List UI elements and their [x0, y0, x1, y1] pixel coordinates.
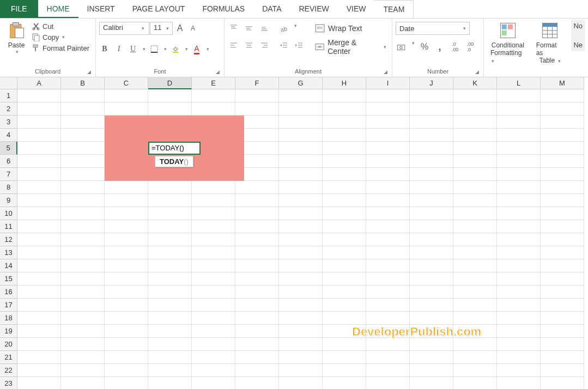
tab-file[interactable]: FILE: [0, 0, 38, 18]
cell-C11[interactable]: [105, 220, 148, 233]
cell-I14[interactable]: [366, 259, 410, 272]
cell-K11[interactable]: [453, 220, 497, 233]
row-header-22[interactable]: 22: [0, 364, 17, 377]
column-header-I[interactable]: I: [366, 77, 410, 89]
font-size-dropdown-icon[interactable]: ▾: [166, 26, 169, 31]
cell-A6[interactable]: [17, 155, 61, 168]
cell-J8[interactable]: [410, 181, 453, 194]
cell-D19[interactable]: [148, 325, 192, 338]
cell-J4[interactable]: [410, 129, 453, 142]
row-header-10[interactable]: 10: [0, 207, 17, 220]
cell-K22[interactable]: [453, 364, 497, 377]
cell-M4[interactable]: [541, 129, 584, 142]
cell-A1[interactable]: [17, 89, 61, 102]
cell-H2[interactable]: [323, 102, 366, 116]
cell-M13[interactable]: [541, 246, 584, 259]
cell-F16[interactable]: [235, 285, 279, 299]
column-header-H[interactable]: H: [323, 77, 366, 89]
cell-D14[interactable]: [148, 259, 192, 272]
number-format-select[interactable]: Date ▾: [396, 22, 470, 35]
cell-G14[interactable]: [279, 259, 323, 272]
cell-M2[interactable]: [541, 102, 584, 116]
cell-K2[interactable]: [453, 102, 497, 116]
cell-K1[interactable]: [453, 89, 497, 102]
cell-L4[interactable]: [497, 129, 541, 142]
increase-decimal-button[interactable]: .0.00: [450, 40, 460, 53]
format-as-table-button[interactable]: Format as Table ▾: [533, 20, 567, 65]
column-header-F[interactable]: F: [235, 77, 279, 89]
cell-A23[interactable]: [17, 377, 61, 389]
bold-button[interactable]: B: [99, 42, 110, 56]
number-launcher-icon[interactable]: ◢: [475, 69, 479, 75]
column-header-C[interactable]: C: [105, 77, 148, 89]
cell-H21[interactable]: [323, 351, 366, 364]
cell-J1[interactable]: [410, 89, 453, 102]
accounting-dropdown-icon[interactable]: ▾: [412, 40, 415, 53]
cells-area[interactable]: [17, 89, 584, 389]
cell-L10[interactable]: [497, 207, 541, 220]
cell-A9[interactable]: [17, 194, 61, 207]
cell-J10[interactable]: [410, 207, 453, 220]
cell-E18[interactable]: [192, 312, 235, 325]
increase-indent-button[interactable]: [293, 39, 305, 51]
cell-G20[interactable]: [279, 338, 323, 351]
cell-K14[interactable]: [453, 259, 497, 272]
cell-G18[interactable]: [279, 312, 323, 325]
column-header-B[interactable]: B: [61, 77, 105, 89]
cell-D23[interactable]: [148, 377, 192, 389]
row-header-20[interactable]: 20: [0, 338, 17, 351]
cell-C23[interactable]: [105, 377, 148, 389]
cell-A7[interactable]: [17, 168, 61, 181]
cell-F12[interactable]: [235, 233, 279, 246]
cell-M5[interactable]: [541, 142, 584, 155]
cell-G2[interactable]: [279, 102, 323, 116]
cell-D15[interactable]: [148, 272, 192, 285]
cell-H5[interactable]: [323, 142, 366, 155]
tab-view[interactable]: VIEW: [338, 0, 375, 18]
cell-G8[interactable]: [279, 181, 323, 194]
cell-E23[interactable]: [192, 377, 235, 389]
cell-E15[interactable]: [192, 272, 235, 285]
cell-I16[interactable]: [366, 285, 410, 299]
cell-I10[interactable]: [366, 207, 410, 220]
italic-button[interactable]: I: [113, 42, 124, 56]
cell-I21[interactable]: [366, 351, 410, 364]
cell-H8[interactable]: [323, 181, 366, 194]
cell-M17[interactable]: [541, 299, 584, 312]
cell-J13[interactable]: [410, 246, 453, 259]
cell-C18[interactable]: [105, 312, 148, 325]
row-header-5[interactable]: 5: [0, 142, 17, 155]
cell-C16[interactable]: [105, 285, 148, 299]
cell-M18[interactable]: [541, 312, 584, 325]
cell-E11[interactable]: [192, 220, 235, 233]
cell-B18[interactable]: [61, 312, 105, 325]
cell-K10[interactable]: [453, 207, 497, 220]
cell-G6[interactable]: [279, 155, 323, 168]
cell-F1[interactable]: [235, 89, 279, 102]
cell-F2[interactable]: [235, 102, 279, 116]
row-header-11[interactable]: 11: [0, 220, 17, 233]
cell-C14[interactable]: [105, 259, 148, 272]
cell-L5[interactable]: [497, 142, 541, 155]
cell-A19[interactable]: [17, 325, 61, 338]
cell-D22[interactable]: [148, 364, 192, 377]
cell-F9[interactable]: [235, 194, 279, 207]
increase-font-button[interactable]: A: [174, 22, 185, 35]
conditional-formatting-button[interactable]: Conditional Formatting ▾: [487, 20, 529, 65]
cell-C10[interactable]: [105, 207, 148, 220]
cell-I23[interactable]: [366, 377, 410, 389]
cell-G13[interactable]: [279, 246, 323, 259]
cell-B23[interactable]: [61, 377, 105, 389]
cell-L21[interactable]: [497, 351, 541, 364]
cell-G16[interactable]: [279, 285, 323, 299]
cell-L13[interactable]: [497, 246, 541, 259]
cell-K9[interactable]: [453, 194, 497, 207]
cell-B21[interactable]: [61, 351, 105, 364]
comma-button[interactable]: ,: [434, 40, 445, 53]
align-middle-button[interactable]: [243, 22, 255, 34]
cell-J14[interactable]: [410, 259, 453, 272]
cell-I2[interactable]: [366, 102, 410, 116]
cell-C13[interactable]: [105, 246, 148, 259]
cell-D21[interactable]: [148, 351, 192, 364]
cell-F22[interactable]: [235, 364, 279, 377]
